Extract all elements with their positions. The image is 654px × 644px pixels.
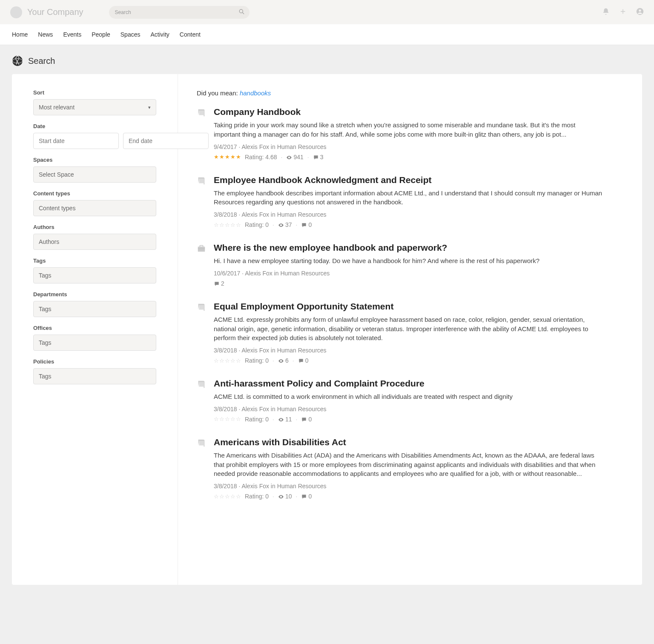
- search-result: Anti-harassment Policy and Complaint Pro…: [197, 378, 604, 423]
- content-types-select[interactable]: Content types: [33, 200, 156, 216]
- rating-label: Rating: 0: [245, 357, 269, 364]
- svg-rect-12: [198, 249, 205, 249]
- result-meta: 3/8/2018 · Alexis Fox in Human Resources: [214, 406, 604, 412]
- svg-rect-8: [199, 177, 204, 183]
- svg-rect-11: [200, 246, 203, 247]
- comments-count: 0: [301, 221, 312, 228]
- company-logo[interactable]: [10, 6, 22, 18]
- results-panel: Did you mean: handbooks Company Handbook…: [178, 74, 642, 585]
- nav-events[interactable]: Events: [63, 24, 81, 45]
- nav-content[interactable]: Content: [180, 24, 201, 45]
- result-meta: 3/8/2018 · Alexis Fox in Human Resources: [214, 483, 604, 489]
- svg-rect-16: [199, 381, 204, 382]
- result-title[interactable]: Equal Employment Opportunity Statement: [214, 301, 604, 312]
- rating-stars: ☆☆☆☆☆: [214, 358, 241, 364]
- book-icon: [197, 301, 206, 364]
- spaces-select[interactable]: Select Space: [33, 166, 156, 183]
- result-snippet: The Americans with Disabilities Act (ADA…: [214, 451, 604, 478]
- result-snippet: Hi. I have a new employee starting today…: [214, 256, 604, 266]
- nav-spaces[interactable]: Spaces: [120, 24, 141, 45]
- filter-departments-label: Departments: [33, 291, 156, 298]
- navbar: Home News Events People Spaces Activity …: [0, 24, 654, 45]
- search-result: Americans with Disabilities ActThe Ameri…: [197, 437, 604, 500]
- filter-sort: Sort Most relevant: [33, 89, 156, 115]
- user-icon[interactable]: [636, 8, 644, 17]
- result-stats: ☆☆☆☆☆ Rating: 0 · 6 · 0: [214, 357, 604, 364]
- departments-select[interactable]: Tags: [33, 301, 156, 317]
- rating-label: Rating: 0: [245, 416, 269, 423]
- search-result: Company HandbookTaking pride in your wor…: [197, 107, 604, 160]
- svg-line-1: [242, 12, 244, 14]
- tags-select[interactable]: Tags: [33, 267, 156, 283]
- svg-rect-18: [199, 440, 204, 441]
- filter-spaces: Spaces Select Space: [33, 157, 156, 183]
- offices-select[interactable]: Tags: [33, 335, 156, 351]
- bell-icon[interactable]: [602, 8, 610, 17]
- filter-departments: Departments Tags: [33, 291, 156, 317]
- result-snippet: ACME Ltd. is committed to a work environ…: [214, 392, 604, 401]
- result-body: Employee Handbook Acknowledgment and Rec…: [214, 175, 604, 229]
- content-panel: Sort Most relevant Date Spaces Select Sp…: [12, 74, 642, 585]
- filter-tags-label: Tags: [33, 258, 156, 264]
- plus-icon[interactable]: [619, 8, 627, 17]
- filter-policies: Policies Tags: [33, 358, 156, 384]
- result-stats: ☆☆☆☆☆ Rating: 0 · 10 · 0: [214, 493, 604, 500]
- views-count: 941: [286, 154, 303, 160]
- svg-rect-14: [199, 304, 204, 305]
- dym-prefix: Did you mean:: [197, 89, 240, 97]
- result-body: Anti-harassment Policy and Complaint Pro…: [214, 378, 604, 423]
- filter-content-types-label: Content types: [33, 190, 156, 197]
- rating-label: Rating: 0: [245, 221, 269, 228]
- authors-select[interactable]: Authors: [33, 234, 156, 250]
- book-icon: [197, 437, 206, 500]
- page-header: Search: [12, 55, 642, 66]
- filter-date: Date: [33, 123, 156, 149]
- svg-rect-9: [199, 177, 204, 178]
- result-title[interactable]: Employee Handbook Acknowledgment and Rec…: [214, 175, 604, 185]
- page-title: Search: [28, 56, 55, 66]
- dym-suggestion-link[interactable]: handbooks: [240, 89, 271, 97]
- search-result: Employee Handbook Acknowledgment and Rec…: [197, 175, 604, 229]
- result-title[interactable]: Anti-harassment Policy and Complaint Pro…: [214, 378, 604, 389]
- result-title[interactable]: Company Handbook: [214, 107, 604, 117]
- search-result: Where is the new employee handbook and p…: [197, 243, 604, 287]
- result-meta: 9/4/2017 · Alexis Fox in Human Resources: [214, 143, 604, 150]
- result-title[interactable]: Americans with Disabilities Act: [214, 437, 604, 447]
- comments-count: 0: [301, 416, 312, 423]
- result-stats: 2: [214, 280, 604, 287]
- search-icon[interactable]: [239, 9, 244, 16]
- views-count: 6: [278, 357, 289, 364]
- result-snippet: Taking pride in your work may sound like…: [214, 120, 604, 139]
- book-icon: [197, 107, 206, 160]
- result-stats: ★★★★★ Rating: 4.68 · 941 · 3: [214, 154, 604, 160]
- sort-select[interactable]: Most relevant: [33, 99, 156, 115]
- company-name: Your Company: [27, 7, 83, 17]
- svg-rect-13: [199, 304, 204, 309]
- filter-sort-label: Sort: [33, 89, 156, 96]
- topbar: Your Company: [0, 0, 654, 24]
- filter-content-types: Content types Content types: [33, 190, 156, 216]
- global-search-wrap: [109, 6, 250, 19]
- search-result: Equal Employment Opportunity StatementAC…: [197, 301, 604, 364]
- result-meta: 3/8/2018 · Alexis Fox in Human Resources: [214, 211, 604, 218]
- nav-people[interactable]: People: [92, 24, 110, 45]
- comments-count: 0: [298, 357, 309, 364]
- filter-tags: Tags Tags: [33, 258, 156, 283]
- comments-count: 2: [214, 280, 224, 287]
- sort-value: Most relevant: [39, 104, 75, 111]
- start-date-input[interactable]: [33, 133, 119, 149]
- result-snippet: The employee handbook describes importan…: [214, 189, 604, 207]
- filter-spaces-label: Spaces: [33, 157, 156, 163]
- svg-rect-17: [199, 440, 204, 445]
- svg-rect-7: [199, 110, 204, 111]
- nav-home[interactable]: Home: [12, 24, 28, 45]
- views-count: 11: [278, 416, 292, 423]
- nav-news[interactable]: News: [38, 24, 53, 45]
- filter-date-label: Date: [33, 123, 156, 129]
- policies-select[interactable]: Tags: [33, 368, 156, 384]
- result-title[interactable]: Where is the new employee handbook and p…: [214, 243, 604, 253]
- topbar-actions: [602, 8, 644, 17]
- nav-activity[interactable]: Activity: [150, 24, 169, 45]
- global-search-input[interactable]: [109, 6, 250, 19]
- rating-stars: ★★★★★: [214, 154, 241, 160]
